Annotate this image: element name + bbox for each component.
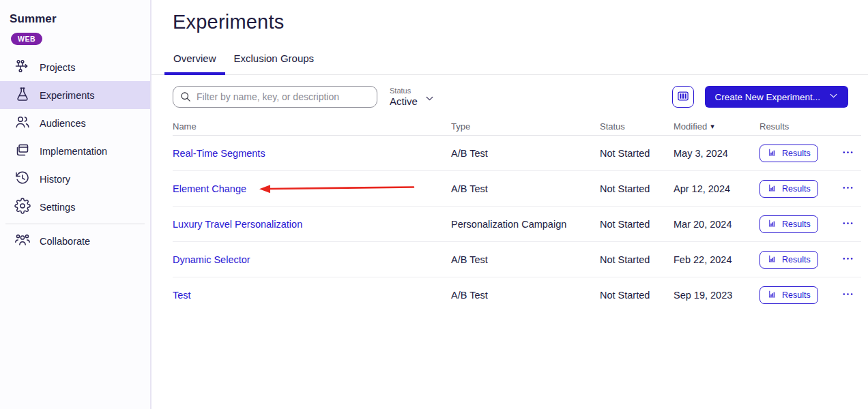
page-title: Experiments bbox=[173, 11, 861, 33]
experiment-status: Not Started bbox=[600, 219, 674, 230]
create-new-experiment-button[interactable]: Create New Experiment... bbox=[705, 86, 848, 108]
chevron-down-icon bbox=[424, 93, 435, 106]
tabs-bar: Overview Exclusion Groups bbox=[151, 48, 868, 75]
flask-icon bbox=[14, 86, 31, 104]
experiment-status: Not Started bbox=[600, 148, 674, 159]
bar-chart-icon bbox=[767, 218, 777, 230]
results-button[interactable]: Results bbox=[760, 180, 818, 198]
experiment-link[interactable]: Element Change bbox=[173, 183, 246, 194]
chevron-down-icon bbox=[828, 91, 839, 103]
bar-chart-icon bbox=[767, 254, 777, 266]
bar-chart-icon bbox=[767, 183, 777, 195]
project-name: Summer bbox=[10, 12, 150, 26]
experiment-status: Not Started bbox=[600, 254, 674, 265]
bar-chart-icon bbox=[767, 289, 777, 301]
row-menu-button[interactable] bbox=[839, 145, 856, 162]
results-button[interactable]: Results bbox=[760, 251, 818, 269]
project-type-badge: WEB bbox=[11, 33, 42, 45]
table-row: Element Change A/B Test Not Started Apr … bbox=[173, 171, 861, 207]
filter-search bbox=[173, 86, 377, 108]
table-row: Dynamic Selector A/B Test Not Started Fe… bbox=[173, 242, 861, 277]
experiment-modified-date: Sep 19, 2023 bbox=[674, 290, 760, 301]
sidebar-item-collaborate[interactable]: Collaborate bbox=[0, 227, 150, 255]
experiment-type: A/B Test bbox=[451, 290, 600, 301]
column-header-name[interactable]: Name bbox=[173, 121, 451, 132]
create-button-label: Create New Experiment... bbox=[714, 92, 820, 102]
sidebar-item-implementation[interactable]: Implementation bbox=[0, 137, 150, 165]
main-content: Experiments Overview Exclusion Groups St… bbox=[151, 0, 868, 409]
status-filter-label: Status bbox=[390, 87, 418, 95]
column-header-type[interactable]: Type bbox=[451, 121, 600, 132]
experiment-type: Personalization Campaign bbox=[451, 219, 600, 230]
table-row: Luxury Travel Personalization Personaliz… bbox=[173, 207, 861, 242]
experiment-modified-date: Feb 22, 2024 bbox=[674, 254, 760, 265]
toolbar: Status Active Create New Experiment... bbox=[173, 86, 861, 108]
status-filter-dropdown[interactable]: Status Active bbox=[390, 87, 435, 108]
sidebar-item-projects[interactable]: Projects bbox=[0, 53, 150, 81]
experiment-status: Not Started bbox=[600, 290, 674, 301]
sidebar-nav: Projects Experiments Audiences Implement… bbox=[0, 53, 150, 255]
ellipsis-icon bbox=[842, 147, 854, 160]
experiment-type: A/B Test bbox=[451, 148, 600, 159]
sidebar-item-label: Implementation bbox=[40, 146, 107, 157]
sort-desc-icon: ▾ bbox=[710, 123, 714, 130]
experiment-status: Not Started bbox=[600, 183, 674, 194]
sidebar-item-label: Collaborate bbox=[40, 236, 90, 247]
collaborate-icon bbox=[14, 232, 31, 250]
experiment-link[interactable]: Dynamic Selector bbox=[173, 254, 250, 265]
results-button[interactable]: Results bbox=[760, 286, 818, 304]
row-menu-button[interactable] bbox=[839, 287, 856, 303]
ellipsis-icon bbox=[842, 217, 854, 231]
experiment-modified-date: Apr 12, 2024 bbox=[674, 183, 760, 194]
bar-chart-icon bbox=[767, 147, 777, 160]
sidebar-item-experiments[interactable]: Experiments bbox=[0, 81, 150, 109]
column-header-status[interactable]: Status bbox=[600, 121, 674, 132]
table-header: Name Type Status Modified ▾ Results bbox=[173, 117, 861, 136]
sidebar-item-label: History bbox=[40, 174, 70, 185]
sidebar-item-label: Audiences bbox=[40, 118, 86, 129]
ellipsis-icon bbox=[842, 288, 854, 302]
ellipsis-icon bbox=[842, 182, 854, 196]
results-button[interactable]: Results bbox=[760, 145, 818, 162]
sidebar-item-history[interactable]: History bbox=[0, 165, 150, 193]
ellipsis-icon bbox=[842, 253, 854, 267]
tab-overview[interactable]: Overview bbox=[164, 48, 225, 75]
sidebar-item-audiences[interactable]: Audiences bbox=[0, 109, 150, 137]
experiment-modified-date: Mar 20, 2024 bbox=[674, 219, 760, 230]
experiment-link[interactable]: Real-Time Segments bbox=[173, 148, 265, 159]
experiment-type: A/B Test bbox=[451, 254, 600, 265]
experiment-link[interactable]: Test bbox=[173, 290, 191, 301]
gear-icon bbox=[14, 198, 31, 216]
filter-input[interactable] bbox=[173, 86, 377, 108]
sidebar-divider bbox=[5, 224, 145, 224]
row-menu-button[interactable] bbox=[839, 252, 856, 268]
results-button[interactable]: Results bbox=[760, 215, 818, 233]
status-filter-value: Active bbox=[390, 95, 418, 108]
column-settings-button[interactable] bbox=[672, 86, 694, 108]
column-header-results: Results bbox=[760, 121, 838, 132]
table-row: Test A/B Test Not Started Sep 19, 2023 R… bbox=[173, 277, 861, 313]
sidebar: Summer WEB Projects Experiments Audience… bbox=[0, 0, 151, 409]
audiences-icon bbox=[14, 114, 31, 132]
experiment-modified-date: May 3, 2024 bbox=[674, 148, 760, 159]
implementation-icon bbox=[14, 142, 31, 160]
row-menu-button[interactable] bbox=[839, 181, 856, 197]
search-icon bbox=[179, 91, 192, 103]
projects-icon bbox=[14, 58, 31, 76]
sidebar-item-settings[interactable]: Settings bbox=[0, 193, 150, 221]
row-menu-button[interactable] bbox=[839, 216, 856, 232]
sidebar-item-label: Projects bbox=[40, 62, 75, 73]
sidebar-item-label: Settings bbox=[40, 202, 75, 213]
experiment-link[interactable]: Luxury Travel Personalization bbox=[173, 219, 302, 230]
tab-exclusion-groups[interactable]: Exclusion Groups bbox=[225, 48, 323, 75]
column-header-modified[interactable]: Modified ▾ bbox=[674, 121, 760, 132]
table-row: Real-Time Segments A/B Test Not Started … bbox=[173, 136, 861, 171]
columns-icon bbox=[676, 89, 690, 105]
experiment-type: A/B Test bbox=[451, 183, 600, 194]
history-icon bbox=[14, 170, 31, 188]
sidebar-item-label: Experiments bbox=[40, 90, 95, 101]
